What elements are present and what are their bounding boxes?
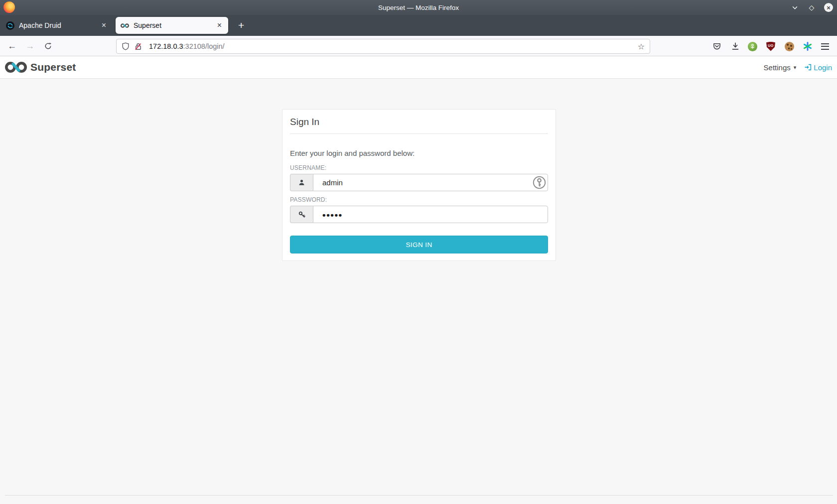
window-minimize-icon[interactable] xyxy=(790,3,799,12)
ublock-badge-label: UO xyxy=(768,44,774,51)
password-label: PASSWORD: xyxy=(290,196,548,203)
downloads-icon[interactable] xyxy=(729,40,741,52)
window-close-icon[interactable]: × xyxy=(824,3,833,12)
firefox-icon xyxy=(3,1,15,13)
forward-button[interactable]: → xyxy=(23,39,37,53)
ublock-origin-icon[interactable]: UO xyxy=(765,40,777,52)
url-path: :32108/login/ xyxy=(183,42,225,50)
chevron-down-icon: ▾ xyxy=(794,64,797,71)
sign-in-card: Sign In Enter your login and password be… xyxy=(282,109,556,261)
reload-icon[interactable] xyxy=(41,39,55,53)
window-maximize-icon[interactable]: ◇ xyxy=(807,3,816,12)
password-input-group xyxy=(290,206,548,223)
sign-in-instructions: Enter your login and password below: xyxy=(290,149,548,157)
tab-superset[interactable]: Superset × xyxy=(116,17,228,34)
sign-in-title: Sign In xyxy=(290,117,548,127)
tab-label: Superset xyxy=(134,21,216,29)
username-label: USERNAME: xyxy=(290,164,548,171)
superset-favicon-icon xyxy=(121,21,129,30)
sign-in-icon xyxy=(804,63,812,71)
username-input-group xyxy=(290,174,548,191)
username-input[interactable] xyxy=(313,174,548,191)
login-label: Login xyxy=(814,63,832,72)
insecure-lock-icon[interactable] xyxy=(134,42,142,51)
url-host: 172.18.0.3 xyxy=(149,42,183,50)
footer-divider xyxy=(5,495,833,496)
tab-label: Apache Druid xyxy=(19,21,100,29)
asterisk-extension-icon[interactable] xyxy=(802,40,814,52)
green-extension-icon[interactable] xyxy=(746,40,758,52)
browser-toolbar: ← → 172.18.0.3:32108/login/ ☆ UO xyxy=(0,36,837,56)
superset-logo[interactable]: Superset xyxy=(5,61,76,74)
url-bar[interactable]: 172.18.0.3:32108/login/ ☆ xyxy=(116,39,650,54)
cookie-extension-icon[interactable] xyxy=(783,40,795,52)
tab-apache-druid[interactable]: Apache Druid × xyxy=(1,17,113,34)
settings-label: Settings xyxy=(764,63,791,72)
brand-name: Superset xyxy=(30,61,76,73)
new-tab-button[interactable]: + xyxy=(235,19,247,31)
sign-in-button[interactable]: SIGN IN xyxy=(290,236,548,253)
druid-favicon-icon xyxy=(6,21,14,30)
tab-close-icon[interactable]: × xyxy=(100,21,108,30)
pocket-icon[interactable] xyxy=(711,40,723,52)
tab-close-icon[interactable]: × xyxy=(216,21,223,30)
settings-menu[interactable]: Settings ▾ xyxy=(759,63,802,72)
tab-bar: Apache Druid × Superset × + xyxy=(0,15,837,36)
back-button[interactable]: ← xyxy=(5,39,19,53)
url-text[interactable]: 172.18.0.3:32108/login/ xyxy=(149,42,225,50)
window-titlebar: Superset — Mozilla Firefox ◇ × xyxy=(0,0,837,15)
page-content: Sign In Enter your login and password be… xyxy=(0,79,837,504)
menu-icon[interactable] xyxy=(819,40,831,52)
login-link[interactable]: Login xyxy=(804,63,833,72)
password-manager-icon[interactable] xyxy=(533,176,546,189)
key-icon xyxy=(290,206,313,223)
tracking-shield-icon[interactable] xyxy=(122,42,130,50)
bookmark-star-icon[interactable]: ☆ xyxy=(638,42,645,51)
superset-navbar: Superset Settings ▾ Login xyxy=(0,56,837,79)
window-title: Superset — Mozilla Firefox xyxy=(0,4,837,11)
password-input[interactable] xyxy=(313,206,548,223)
user-icon xyxy=(290,174,313,191)
superset-infinity-icon xyxy=(5,61,27,74)
